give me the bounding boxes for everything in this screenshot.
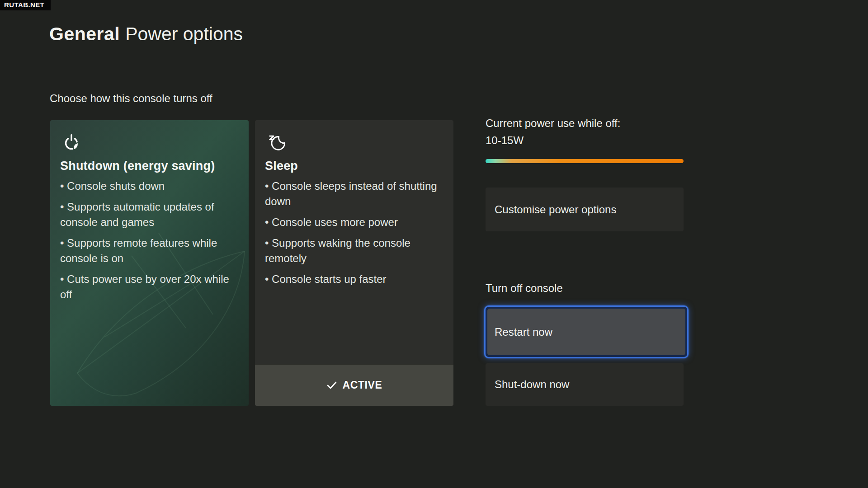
restart-now-label: Restart now: [495, 326, 552, 338]
sleep-bullet: Supports waking the console remotely: [265, 235, 442, 266]
checkmark-icon: [326, 380, 337, 391]
power-usage-meter: [486, 159, 684, 163]
shutdown-bullet: Supports automatic updates of console an…: [60, 199, 237, 230]
power-options-screen: RUTAB.NET GeneralPower options Choose ho…: [0, 0, 868, 488]
page-title-subsection: Power options: [125, 23, 243, 44]
turn-off-console-label: Turn off console: [486, 282, 563, 295]
sleep-bullet: Console starts up faster: [265, 272, 442, 287]
shut-down-now-button[interactable]: Shut-down now: [486, 363, 684, 406]
shutdown-bullet: Cuts power use by over 20x while off: [60, 272, 237, 302]
sleep-bullet: Console sleeps instead of shutting down: [265, 178, 442, 209]
restart-now-button[interactable]: Restart now: [484, 305, 689, 358]
shutdown-option-card[interactable]: Shutdown (energy saving) Console shuts d…: [50, 120, 249, 406]
page-title-section: General: [49, 23, 120, 44]
sleep-option-card[interactable]: Sleep Console sleeps instead of shutting…: [255, 120, 453, 406]
power-leaf-icon: [61, 132, 82, 153]
shut-down-now-label: Shut-down now: [495, 378, 569, 391]
section-label: Choose how this console turns off: [50, 92, 212, 105]
active-status-bar: ACTIVE: [255, 364, 453, 406]
shutdown-bullet: Supports remote features while console i…: [60, 235, 237, 266]
customise-power-options-label: Customise power options: [495, 203, 616, 216]
restart-now-button-face: Restart now: [487, 309, 685, 355]
page-title: GeneralPower options: [49, 23, 243, 45]
power-usage-label: Current power use while off:: [486, 117, 620, 130]
shutdown-bullet: Console shuts down: [60, 178, 237, 194]
moon-sleep-icon: [266, 132, 287, 153]
power-usage-value: 10-15W: [486, 134, 524, 147]
active-status-label: ACTIVE: [343, 379, 382, 391]
sleep-bullet: Console uses more power: [265, 215, 442, 230]
shutdown-card-title: Shutdown (energy saving): [60, 159, 237, 173]
customise-power-options-button[interactable]: Customise power options: [486, 188, 684, 231]
sleep-card-title: Sleep: [265, 159, 442, 173]
watermark-badge: RUTAB.NET: [0, 0, 51, 10]
